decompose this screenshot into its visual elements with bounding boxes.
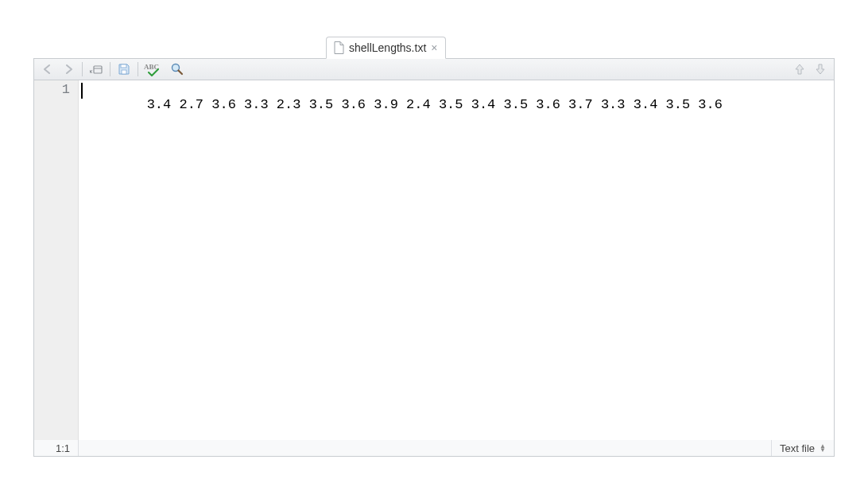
svg-rect-2 [122,70,126,74]
svg-rect-0 [94,66,102,73]
line-number-gutter: 1 [34,80,79,453]
spellcheck-icon: ABC [144,62,165,76]
save-icon [118,63,130,76]
spellcheck-button[interactable]: ABC [143,61,165,77]
tab-row: shellLengths.txt × [326,33,446,59]
filetype-label: Text file [780,442,815,454]
file-icon [333,41,344,54]
editor-body: 1 3.4 2.7 3.6 3.3 2.3 3.5 3.6 3.9 2.4 3.… [34,80,834,453]
forward-button[interactable] [60,61,77,77]
arrow-up-icon [794,63,805,76]
arrow-right-icon [63,64,74,75]
text-cursor [81,83,83,99]
open-in-window-button[interactable] [87,61,105,77]
sort-icon: ▲▼ [820,444,826,452]
back-button[interactable] [39,61,56,77]
editor-line: 3.4 2.7 3.6 3.3 2.3 3.5 3.6 3.9 2.4 3.5 … [147,97,723,112]
line-number: 1 [34,82,70,97]
arrow-left-icon [42,64,53,75]
cursor-position[interactable]: 1:1 [34,440,79,456]
save-button[interactable] [115,61,133,77]
status-middle [79,440,95,456]
svg-rect-1 [121,64,126,68]
filetype-selector[interactable]: Text file ▲▼ [771,440,834,456]
toolbar-separator [110,62,110,76]
search-icon [170,62,184,76]
tab-filename: shellLengths.txt [349,41,426,54]
status-bar: 1:1 Text file ▲▼ [33,440,835,457]
toolbar-separator [82,62,83,76]
toolbar-separator [138,62,138,76]
scroll-down-button[interactable] [812,61,829,77]
close-icon[interactable]: × [431,42,437,53]
tab-shelllengths[interactable]: shellLengths.txt × [326,37,446,59]
arrow-down-icon [815,63,826,76]
editor-frame: ABC [33,58,835,454]
toolbar: ABC [34,59,834,80]
window-icon [90,64,103,75]
find-button[interactable] [169,61,186,77]
editor-content[interactable]: 3.4 2.7 3.6 3.3 2.3 3.5 3.6 3.9 2.4 3.5 … [79,80,834,453]
scroll-up-button[interactable] [791,61,808,77]
